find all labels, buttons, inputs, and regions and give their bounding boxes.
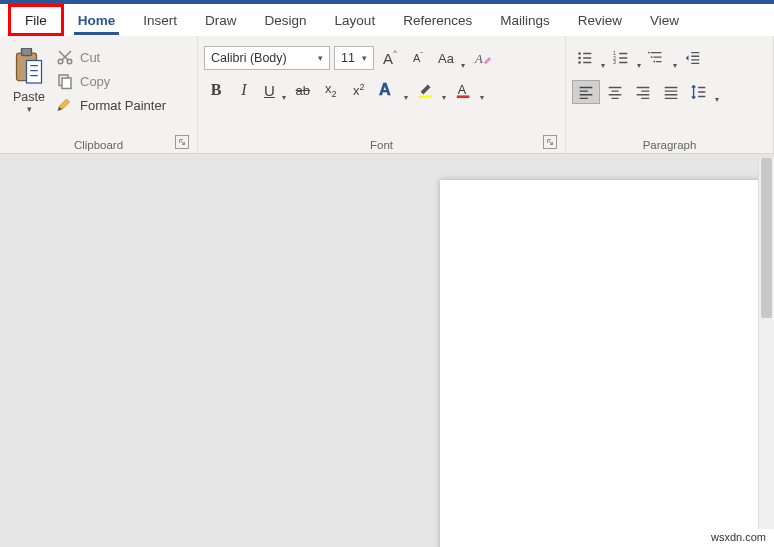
group-paragraph: 123 Paragraph [566,36,774,153]
document-workspace [0,158,774,547]
subscript-button[interactable]: x2 [319,78,343,102]
tab-references[interactable]: References [389,4,486,36]
chevron-down-icon: ▾ [318,53,323,63]
scrollbar-thumb[interactable] [761,158,772,318]
tab-file[interactable]: File [8,4,64,36]
decrease-indent-button[interactable] [680,46,706,70]
svg-point-20 [653,61,655,63]
paste-dropdown-icon[interactable]: ▾ [27,104,32,114]
change-case-icon: Aa [438,51,454,66]
tab-design[interactable]: Design [251,4,321,36]
copy-icon [56,72,74,90]
font-group-label: Font [370,139,393,151]
font-dialog-launcher[interactable] [543,135,557,149]
strike-icon: ab [296,83,310,98]
paste-button[interactable]: Paste ▾ [6,40,52,114]
justify-button[interactable] [658,80,684,104]
paste-label: Paste [13,90,45,104]
grow-font-button[interactable]: A^ [378,46,402,70]
italic-button[interactable]: I [232,78,256,102]
highlight-icon [417,81,435,99]
underline-button[interactable]: U [260,78,287,102]
font-name-value: Calibri (Body) [211,51,287,65]
font-name-select[interactable]: Calibri (Body)▾ [204,46,330,70]
clear-formatting-button[interactable]: A [470,46,496,70]
shrink-font-icon: A [413,52,420,64]
copy-button[interactable]: Copy [56,72,166,90]
align-right-button[interactable] [630,80,656,104]
vertical-scrollbar[interactable] [758,158,774,529]
tab-mailings[interactable]: Mailings [486,4,564,36]
justify-icon [662,83,680,101]
paste-icon [14,48,44,88]
multilevel-icon [648,49,666,67]
font-size-value: 11 [341,51,355,65]
svg-rect-9 [419,95,432,98]
paintbrush-icon [56,96,74,114]
cut-button[interactable]: Cut [56,48,166,66]
svg-text:A: A [458,83,467,97]
line-spacing-icon [690,83,708,101]
superscript-icon: x2 [353,82,365,98]
clear-format-icon: A [474,49,492,67]
svg-text:3: 3 [613,59,616,65]
shrink-font-button[interactable]: Aˇ [406,46,430,70]
scissors-icon [56,48,74,66]
paragraph-group-label: Paragraph [643,139,697,151]
line-spacing-button[interactable] [686,80,720,104]
grow-font-icon: A [383,50,393,67]
svg-rect-1 [22,48,32,56]
tab-insert[interactable]: Insert [129,4,191,36]
format-painter-button[interactable]: Format Painter [56,96,166,114]
tab-review[interactable]: Review [564,4,636,36]
svg-rect-6 [62,78,71,89]
tab-view[interactable]: View [636,4,693,36]
svg-point-12 [578,52,581,55]
align-right-icon [634,83,652,101]
svg-point-19 [651,56,653,58]
bold-button[interactable]: B [204,78,228,102]
bullets-button[interactable] [572,46,606,70]
format-painter-label: Format Painter [80,98,166,113]
document-page[interactable] [440,180,774,547]
strikethrough-button[interactable]: ab [291,78,315,102]
svg-rect-11 [457,95,470,98]
svg-point-18 [648,52,650,54]
bullets-icon [576,49,594,67]
svg-text:A: A [379,81,391,98]
align-left-icon [577,83,595,101]
chevron-down-icon: ▾ [362,53,367,63]
clipboard-group-label: Clipboard [74,139,123,151]
font-color-icon: A [455,81,473,99]
launcher-icon [546,138,554,146]
cut-label: Cut [80,50,100,65]
align-left-button[interactable] [572,80,600,104]
outdent-icon [684,49,702,67]
ribbon-tabs: File Home Insert Draw Design Layout Refe… [0,0,774,36]
svg-point-14 [578,61,581,64]
text-effects-icon: A [379,81,397,99]
multilevel-list-button[interactable] [644,46,678,70]
subscript-icon: x2 [325,81,337,99]
group-font: Calibri (Body)▾ 11▾ A^ Aˇ Aa A [198,36,566,153]
superscript-button[interactable]: x2 [347,78,371,102]
font-color-button[interactable]: A [451,78,485,102]
copy-label: Copy [80,74,110,89]
align-center-icon [606,83,624,101]
watermark-text: wsxdn.com [709,531,768,543]
underline-icon: U [264,82,275,99]
align-center-button[interactable] [602,80,628,104]
tab-layout[interactable]: Layout [321,4,390,36]
highlight-button[interactable] [413,78,447,102]
tab-draw[interactable]: Draw [191,4,251,36]
group-clipboard: Paste ▾ Cut Copy Format Painter Clipbo [0,36,198,153]
launcher-icon [178,138,186,146]
numbering-icon: 123 [612,49,630,67]
clipboard-dialog-launcher[interactable] [175,135,189,149]
svg-text:A: A [474,52,483,66]
numbering-button[interactable]: 123 [608,46,642,70]
font-size-select[interactable]: 11▾ [334,46,374,70]
change-case-button[interactable]: Aa [434,46,466,70]
tab-home[interactable]: Home [64,4,130,36]
text-effects-button[interactable]: A [375,78,409,102]
